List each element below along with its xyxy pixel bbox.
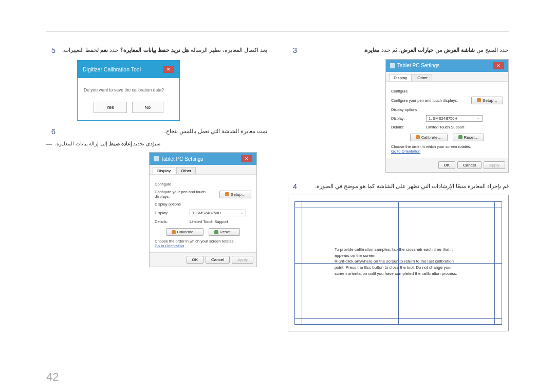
tab-display[interactable]: Display (389, 74, 412, 81)
text: . ثم حدد (380, 47, 400, 53)
apply-button[interactable]: Apply (232, 256, 253, 264)
details-label: Details: (391, 125, 422, 129)
calibrate-icon (172, 230, 176, 234)
ok-button[interactable]: OK (438, 161, 456, 169)
configure-label: Configure (391, 89, 422, 94)
display-options-label: Display options (155, 202, 186, 207)
tabs: Display Other (150, 165, 256, 175)
apply-button[interactable]: Apply (484, 161, 505, 169)
step-number: 4 (288, 182, 297, 191)
chevron-down-icon: ⌄ (240, 211, 244, 215)
setup-button[interactable]: Setup… (471, 97, 503, 104)
orientation-link[interactable]: Go to Orientation (391, 149, 503, 154)
dialog-footer: OK Cancel Apply (150, 252, 256, 267)
cancel-button[interactable]: Cancel (206, 256, 230, 264)
cancel-button[interactable]: Cancel (457, 161, 482, 169)
details-value: Limited Touch Support (190, 219, 251, 224)
label: Setup… (231, 192, 246, 197)
grid-line (294, 201, 502, 202)
display-select[interactable]: 1. SMS24B750H⌄ (426, 115, 483, 122)
text: سيؤدي تحديد (132, 141, 161, 146)
label: Reset… (220, 230, 235, 234)
label: Calibrate… (421, 135, 442, 140)
orientation-note: Choose the order in which your screen ro… (155, 239, 251, 244)
label: Setup… (483, 98, 497, 103)
text: إلى إزالة بيانات المعايرة. (55, 141, 109, 146)
orientation-link[interactable]: Go to Orientation (155, 244, 251, 248)
reset-button[interactable]: Reset… (453, 134, 485, 141)
text: بعد اكتمال المعايرة، تظهر الرسالة (189, 47, 267, 53)
grid-line (294, 208, 502, 208)
label: Reset… (464, 135, 479, 140)
close-button[interactable]: ✕ (493, 62, 504, 69)
display-select[interactable]: 1. SMS24B750H⌄ (190, 210, 246, 216)
step-4: 4 قم بإجراء المعايرة متبعًا الإرشادات ال… (288, 182, 509, 191)
text: حدد المنتج من (475, 47, 509, 53)
close-button[interactable]: ✕ (163, 66, 174, 73)
no-button[interactable]: No (132, 102, 164, 113)
dialog-titlebar: Digitizer Calibration Tool ✕ (78, 61, 179, 78)
dialog-titlebar: Tablet PC Settings ✕ (150, 153, 256, 165)
calibration-save-dialog: Digitizer Calibration Tool ✕ Do you want… (77, 60, 180, 121)
tab-other[interactable]: Other (176, 167, 196, 174)
dialog-body: Configure Configure your pen and touch d… (150, 175, 256, 252)
dialog-footer: OK Cancel Apply (386, 158, 508, 172)
note: ― سيؤدي تحديد إعادة ضبط إلى إزالة بيانات… (46, 141, 267, 147)
step-6: 6 تمت معايرة الشاشة التي تعمل باللمس بنج… (46, 127, 267, 136)
note-dash: ― (46, 141, 52, 147)
text: حدد (108, 47, 120, 53)
ok-button[interactable]: OK (187, 256, 204, 264)
configure-text: Configure your pen and touch displays. (155, 190, 215, 199)
page-number: 42 (46, 370, 59, 384)
calibrate-button[interactable]: Calibrate… (166, 228, 203, 236)
step-text: حدد المنتج من شاشة العرض من خيارات العرض… (302, 46, 509, 55)
bold: شاشة العرض (444, 47, 475, 53)
details-label: Details: (155, 219, 186, 224)
calibrate-icon (416, 135, 420, 139)
app-icon (154, 156, 159, 161)
reset-button[interactable]: Reset… (209, 228, 240, 236)
step-text: تمت معايرة الشاشة التي تعمل باللمس بنجاح… (61, 127, 267, 136)
step-5: 5 بعد اكتمال المعايرة، تظهر الرسالة هل ت… (46, 46, 267, 55)
right-column: 3 حدد المنتج من شاشة العرض من خيارات الع… (288, 46, 509, 331)
tablet-pc-settings-dialog: Tablet PC Settings ✕ Display Other Confi… (385, 59, 509, 173)
app-icon (390, 63, 395, 68)
calibrate-button[interactable]: Calibrate… (410, 134, 448, 141)
reset-icon (214, 230, 218, 234)
step-text: بعد اكتمال المعايرة، تظهر الرسالة هل تري… (61, 46, 267, 55)
display-options-label: Display options (391, 107, 422, 112)
step-3: 3 حدد المنتج من شاشة العرض من خيارات الع… (288, 46, 509, 55)
chevron-down-icon: ⌄ (477, 116, 480, 120)
bold: هل تريد حفظ بيانات المعايرة؟ (120, 47, 189, 53)
value: 1. SMS24B750H (429, 116, 457, 121)
calibration-instructions: To provide calibration samples, tap the … (335, 247, 462, 276)
bold: إعادة ضبط (109, 141, 132, 146)
close-button[interactable]: ✕ (241, 155, 252, 162)
bold: خيارات العرض (401, 47, 434, 53)
step-number: 6 (46, 127, 55, 136)
calibration-grid: To provide calibration samples, tap the … (288, 195, 509, 331)
display-label: Display: (391, 116, 422, 121)
setup-button[interactable]: Setup… (219, 191, 251, 198)
dialog-titlebar: Tablet PC Settings ✕ (386, 60, 508, 72)
bold: نعم (100, 47, 108, 53)
orientation-note: Choose the order in which your screen ro… (391, 144, 503, 149)
setup-icon (477, 98, 481, 102)
bold: معايرة (365, 47, 380, 53)
grid-line (294, 324, 502, 325)
tab-other[interactable]: Other (413, 74, 432, 81)
yes-button[interactable]: Yes (94, 102, 127, 113)
reset-icon (458, 135, 462, 139)
dialog-message: Do you want to save the calibration data… (84, 87, 173, 92)
label: Calibrate… (177, 230, 198, 234)
note-text: سيؤدي تحديد إعادة ضبط إلى إزالة بيانات ا… (55, 141, 160, 147)
dialog-title: Digitizer Calibration Tool (83, 66, 141, 72)
text: من (434, 47, 444, 53)
configure-label: Configure (155, 182, 186, 186)
details-value: Limited Touch Support (426, 125, 503, 129)
tab-display[interactable]: Display (153, 167, 175, 174)
dialog-body: Configure Configure your pen and touch d… (386, 82, 508, 158)
dialog-title: Tablet PC Settings (161, 156, 203, 162)
display-label: Display: (155, 211, 186, 215)
configure-text: Configure your pen and touch displays. (391, 98, 467, 103)
